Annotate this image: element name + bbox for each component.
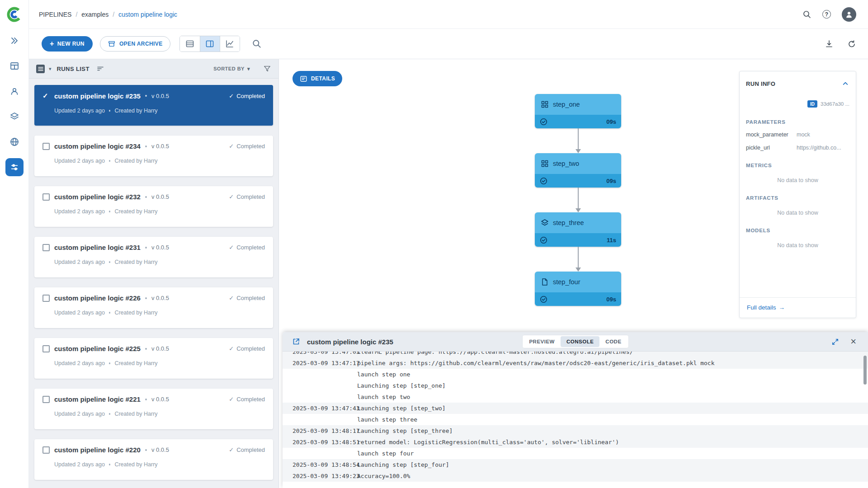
pipeline-step-node[interactable]: step_four 09s xyxy=(535,272,621,306)
log-timestamp: 2025-03-09 13:49:23 xyxy=(283,470,357,482)
console-log[interactable]: 2025-03-09 13:47:03 ClearML pipeline pag… xyxy=(283,352,868,488)
app-sidebar xyxy=(0,0,29,488)
parameter-value[interactable]: https://github.co... xyxy=(797,145,849,151)
run-checkbox[interactable] xyxy=(42,244,50,251)
completed-check-circle-icon xyxy=(540,236,547,244)
run-id-value[interactable]: 33d67a30 ... xyxy=(821,101,849,107)
separator-dot xyxy=(109,312,111,314)
download-icon[interactable] xyxy=(825,39,834,48)
run-updated: Updated 2 days ago xyxy=(54,360,105,366)
run-name: custom pipeline logic #226 xyxy=(54,294,141,302)
separator-dot xyxy=(145,145,147,147)
run-checkbox[interactable] xyxy=(42,193,50,201)
tab[interactable]: CODE xyxy=(599,336,627,347)
run-meta-row: Updated 2 days ago Created by Harry xyxy=(42,259,265,265)
run-meta-row: Updated 2 days ago Created by Harry xyxy=(42,411,265,417)
expand-icon[interactable] xyxy=(831,338,840,346)
workers-icon[interactable] xyxy=(9,86,20,97)
run-checkbox[interactable] xyxy=(42,345,50,352)
run-card[interactable]: custom pipeline logic #232 v 0.0.5 Compl… xyxy=(34,186,273,227)
breadcrumb-current: custom pipeline logic xyxy=(118,11,177,18)
chevron-down-icon[interactable] xyxy=(49,66,52,72)
run-card[interactable]: custom pipeline logic #226 v 0.0.5 Compl… xyxy=(34,287,273,328)
run-meta-row: Updated 2 days ago Created by Harry xyxy=(42,158,265,164)
chart-view-icon[interactable] xyxy=(220,36,240,52)
clearml-logo[interactable] xyxy=(5,5,24,23)
full-details-link[interactable]: Full details xyxy=(747,304,785,311)
log-message: launch step one xyxy=(357,369,868,380)
run-version: v 0.0.5 xyxy=(151,193,169,200)
details-label: DETAILS xyxy=(311,75,335,82)
run-card[interactable]: custom pipeline logic #234 v 0.0.5 Compl… xyxy=(34,136,273,176)
run-checkbox[interactable] xyxy=(42,446,50,454)
step-header: step_four xyxy=(535,272,621,292)
file-icon xyxy=(541,278,549,286)
run-updated: Updated 2 days ago xyxy=(54,310,105,316)
filter-search-icon[interactable] xyxy=(252,39,262,49)
pipelines-sliders-icon[interactable] xyxy=(5,158,24,176)
datasets-layers-icon[interactable] xyxy=(9,111,20,122)
double-chevron-icon[interactable] xyxy=(9,35,20,46)
run-version: v 0.0.5 xyxy=(151,446,169,453)
run-card[interactable]: custom pipeline logic #225 v 0.0.5 Compl… xyxy=(34,338,273,379)
help-icon[interactable]: ? xyxy=(822,10,831,19)
run-card-main-row: custom pipeline logic #221 v 0.0.5 Compl… xyxy=(42,395,265,403)
run-checkbox[interactable] xyxy=(42,295,50,302)
run-card[interactable]: custom pipeline logic #220 v 0.0.5 Compl… xyxy=(34,439,273,480)
collapse-chevron-up-icon[interactable] xyxy=(841,80,849,88)
search-icon[interactable] xyxy=(802,10,811,19)
new-run-button[interactable]: NEW RUN xyxy=(42,36,93,52)
pipeline-step-node[interactable]: step_one 09s xyxy=(535,94,621,128)
separator-dot xyxy=(145,297,147,299)
close-icon[interactable] xyxy=(850,337,856,347)
run-info-title: RUN INFO xyxy=(746,80,775,87)
separator-dot xyxy=(109,413,111,415)
pipeline-work-area: DETAILS step_one xyxy=(279,59,868,488)
separator-dot xyxy=(145,247,147,249)
pipeline-step-node[interactable]: step_two 09s xyxy=(535,153,621,188)
tab[interactable]: PREVIEW xyxy=(523,336,561,347)
run-created-by: Created by Harry xyxy=(114,259,157,265)
run-card[interactable]: custom pipeline logic #235 v 0.0.5 Compl… xyxy=(34,85,273,126)
breadcrumb-examples[interactable]: examples xyxy=(81,11,108,18)
log-timestamp xyxy=(283,414,357,425)
parameter-value[interactable]: mock xyxy=(797,131,849,138)
completed-check-circle-icon xyxy=(540,118,547,126)
arrow-right-icon xyxy=(779,304,785,311)
split-view-icon[interactable] xyxy=(200,36,220,52)
run-status-label: Completed xyxy=(236,143,265,150)
sorted-by-dropdown[interactable]: SORTED BY xyxy=(213,66,250,72)
completed-check-circle-icon xyxy=(540,296,547,303)
separator-dot xyxy=(109,160,111,162)
run-updated: Updated 2 days ago xyxy=(54,411,105,417)
console-scrollbar-thumb[interactable] xyxy=(863,356,867,385)
run-meta-row: Updated 2 days ago Created by Harry xyxy=(42,208,265,215)
breadcrumb-pipelines[interactable]: PIPELINES xyxy=(39,11,71,18)
runs-list[interactable]: custom pipeline logic #235 v 0.0.5 Compl… xyxy=(29,79,278,488)
column-settings-icon[interactable] xyxy=(96,65,104,73)
list-view-selector-icon[interactable] xyxy=(36,65,45,73)
open-archive-button[interactable]: OPEN ARCHIVE xyxy=(100,36,170,52)
run-checkbox[interactable] xyxy=(42,143,50,150)
user-avatar[interactable] xyxy=(842,7,856,22)
run-card[interactable]: custom pipeline logic #231 v 0.0.5 Compl… xyxy=(34,237,273,277)
pipeline-step-node[interactable]: step_three 11s xyxy=(535,212,621,247)
tab[interactable]: CONSOLE xyxy=(561,336,599,347)
run-updated: Updated 2 days ago xyxy=(54,461,105,468)
log-message: pipeline args: https://github.com/clearm… xyxy=(357,357,868,369)
table-view-icon[interactable] xyxy=(180,36,200,52)
run-meta-row: Updated 2 days ago Created by Harry xyxy=(42,461,265,468)
log-row: Launching step [step_one] xyxy=(283,380,868,391)
run-version: v 0.0.5 xyxy=(151,345,169,352)
auto-refresh-icon[interactable] xyxy=(847,39,856,48)
topbar-actions: ? xyxy=(802,7,856,22)
filter-funnel-icon[interactable] xyxy=(263,65,271,73)
step-status-bar: 11s xyxy=(535,233,621,247)
run-card[interactable]: custom pipeline logic #221 v 0.0.5 Compl… xyxy=(34,389,273,429)
open-in-new-icon[interactable] xyxy=(292,337,301,346)
reports-globe-icon[interactable] xyxy=(9,136,20,147)
run-checkbox[interactable] xyxy=(42,396,50,403)
log-row: 2025-03-09 13:48:17 Launching step [step… xyxy=(283,425,868,436)
details-button[interactable]: DETAILS xyxy=(292,71,342,86)
projects-grid-icon[interactable] xyxy=(9,61,20,71)
